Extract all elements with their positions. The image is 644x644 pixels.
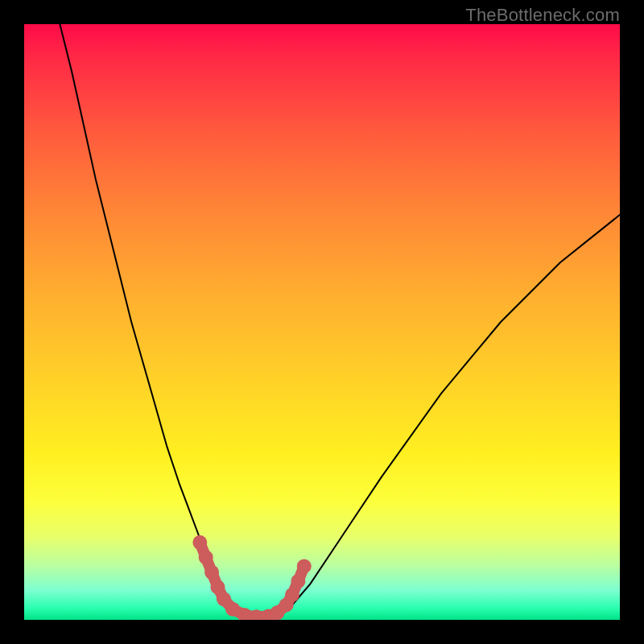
bead-point — [199, 550, 213, 564]
series-bottleneck-curve — [60, 24, 620, 617]
watermark-text: TheBottleneck.com — [465, 5, 620, 26]
bead-point — [192, 535, 207, 550]
bead-point — [297, 559, 312, 573]
bead-points-group — [192, 535, 311, 620]
chart-frame — [24, 24, 620, 620]
bead-point — [204, 565, 219, 580]
bead-point — [291, 574, 305, 588]
chart-svg — [24, 24, 620, 620]
bead-point — [285, 588, 299, 602]
